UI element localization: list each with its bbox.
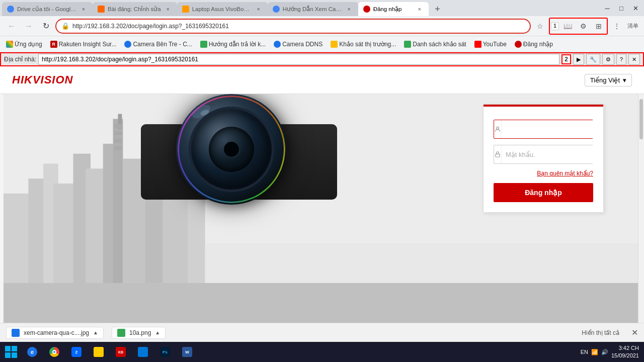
ie-go-button[interactable]: ▶ [573, 54, 584, 65]
forgot-password-link[interactable]: Bạn quên mật khẩu? [494, 170, 593, 177]
tab-2[interactable]: Bài đăng: Chỉnh sửa × [93, 2, 177, 16]
kb-taskbar-icon: KB [116, 347, 126, 357]
download-item-1[interactable]: xem-camera-qua-c....jpg ▲ [6, 327, 104, 339]
download-item-2-chevron[interactable]: ▲ [155, 330, 160, 335]
nav-toolbar: ← → ↻ 🔒 http://192.168.3.202/doc/page/lo… [0, 16, 644, 36]
taskbar-photoshop[interactable]: Ps [155, 344, 175, 360]
tab-4-close[interactable]: × [345, 5, 353, 13]
taskbar-explorer[interactable] [89, 344, 109, 360]
new-tab-button[interactable]: + [431, 2, 445, 16]
show-all-button[interactable]: Hiển thị tất cả [582, 329, 619, 336]
taskbar-ie[interactable]: e [22, 344, 42, 360]
ie-tools-button[interactable]: 🔧 [586, 54, 600, 65]
extension-book-icon[interactable]: 📖 [560, 19, 575, 33]
bookmark-survey[interactable]: Khảo sát thị trường... [329, 40, 398, 49]
reload-button[interactable]: ↻ [38, 19, 53, 34]
login-button[interactable]: Đăng nhập [494, 183, 593, 202]
taskbar-lang: EN [581, 349, 588, 355]
taskbar-zalo[interactable]: Z [66, 344, 87, 360]
taskbar-time: 3:42 CH [611, 344, 639, 352]
ie-settings-button[interactable]: ⚙ [602, 54, 614, 65]
extensions-area: 1 📖 ⚙ ⊞ [549, 18, 608, 35]
username-input[interactable] [502, 120, 594, 138]
chrome-taskbar-icon [49, 347, 59, 357]
tab-4[interactable]: Hướng Dẫn Xem Camera Qua... × [268, 2, 358, 16]
username-input-group [494, 120, 593, 139]
tab-1-close[interactable]: × [79, 5, 88, 13]
tab-3-close[interactable]: × [255, 5, 263, 13]
taskbar-clock[interactable]: 3:42 CH 15/09/2021 [611, 344, 639, 360]
start-button[interactable] [2, 343, 20, 361]
tab-3[interactable]: Laptop Asus VivoBook A415E... × [177, 2, 268, 16]
bookmark-youtube[interactable]: YouTube [472, 40, 509, 49]
guide-favicon [200, 41, 207, 48]
tab-2-title: Bài đăng: Chỉnh sửa [108, 6, 161, 13]
download-item-1-chevron[interactable]: ▲ [93, 330, 98, 335]
taskbar-kb[interactable]: KB [111, 344, 131, 360]
download-item-2-label: 10a.png [129, 329, 151, 336]
apps-favicon [6, 41, 13, 48]
bookmark-apps[interactable]: Ứng dụng [4, 40, 44, 49]
close-download-bar-button[interactable]: ✕ [631, 328, 638, 337]
tab-1-favicon [7, 6, 14, 13]
ps-taskbar-icon: Ps [160, 347, 170, 357]
svg-point-20 [497, 127, 499, 129]
tab-1[interactable]: Drive của tôi - Google Drive × [2, 2, 93, 16]
rakuten-favicon: R [50, 41, 57, 48]
back-button[interactable]: ← [4, 19, 19, 34]
svg-rect-24 [5, 352, 11, 358]
scrollbar[interactable] [638, 94, 644, 323]
address-bar-url: http://192.168.3.202/doc/page/login.asp?… [72, 23, 525, 30]
title-bar: Drive của tôi - Google Drive × Bài đăng:… [0, 0, 644, 16]
taskbar-volume-icon: 🔊 [601, 349, 608, 355]
tab-5-favicon [363, 6, 370, 13]
bookmark-guide-label: Hướng dẫn trả lời k... [209, 41, 266, 48]
svg-rect-17 [114, 131, 122, 135]
bookmark-camera-bentre[interactable]: Camera Bên Tre - C... [122, 40, 194, 49]
bookmark-rakuten[interactable]: R Rakuten Insight Sur... [48, 40, 119, 49]
tab-2-close[interactable]: × [164, 5, 172, 13]
language-selector[interactable]: Tiếng Việt ▾ [585, 74, 632, 86]
download-bar: xem-camera-qua-c....jpg ▲ 10a.png ▲ Hiển… [0, 323, 644, 342]
password-input-group [494, 145, 593, 164]
bookmark-dangnhap-label: Đăng nhập [523, 41, 553, 48]
taskbar-stores[interactable] [133, 344, 153, 360]
more-options-button[interactable]: ⋮ [610, 19, 624, 33]
window-controls: ─ □ ✕ [601, 3, 642, 14]
tab-4-title: Hướng Dẫn Xem Camera Qua... [283, 6, 342, 13]
download-item-1-label: xem-camera-qua-c....jpg [24, 329, 89, 336]
bookmark-star-button[interactable]: ☆ [533, 19, 547, 33]
close-button[interactable]: ✕ [629, 3, 642, 14]
bookmark-list[interactable]: Danh sách khảo sát [402, 40, 468, 49]
bookmark-guide[interactable]: Hướng dẫn trả lời k... [198, 40, 268, 49]
extension-gear-icon[interactable]: ⚙ [576, 19, 590, 33]
maximize-button[interactable]: □ [615, 3, 628, 14]
address-bar-security-icon: 🔒 [61, 22, 69, 30]
tab-5[interactable]: Đăng nhập × [358, 2, 429, 16]
bookmark-list-label: Danh sách khảo sát [413, 41, 466, 48]
bookmark-camera-ddns[interactable]: Camera DDNS [272, 40, 325, 49]
scroll-thumb[interactable] [639, 99, 643, 139]
address-bar[interactable]: 🔒 http://192.168.3.202/doc/page/login.as… [55, 19, 531, 34]
chevron-down-icon: ▾ [623, 76, 626, 84]
bookmark-dangnhap[interactable]: Đăng nhập [513, 40, 555, 49]
download-item-2[interactable]: 10a.png ▲ [112, 327, 166, 339]
extension-grid-icon[interactable]: ⊞ [592, 19, 606, 33]
ie-close-button[interactable]: ✕ [628, 54, 640, 65]
minimize-button[interactable]: ─ [601, 3, 614, 14]
taskbar-chrome[interactable] [44, 344, 64, 360]
word-taskbar-icon: W [182, 347, 192, 357]
forward-button[interactable]: → [21, 19, 36, 34]
taskbar-word[interactable]: W [177, 344, 197, 360]
ie-question-button[interactable]: ? [616, 54, 626, 65]
reading-list-button[interactable]: 清单 [626, 19, 640, 33]
page-body: Bạn quên mật khẩu? Đăng nhập [0, 94, 644, 323]
browser-frame: Drive của tôi - Google Drive × Bài đăng:… [0, 0, 644, 362]
password-input[interactable] [502, 145, 594, 163]
download-item-1-icon [12, 329, 20, 337]
zalo-taskbar-icon: Z [71, 347, 82, 357]
tab-5-close[interactable]: × [416, 5, 424, 13]
ie-address-input[interactable] [38, 54, 559, 65]
tabs-container: Drive của tôi - Google Drive × Bài đăng:… [2, 0, 597, 16]
content-area: HIKVISION Tiếng Việt ▾ [0, 66, 644, 323]
